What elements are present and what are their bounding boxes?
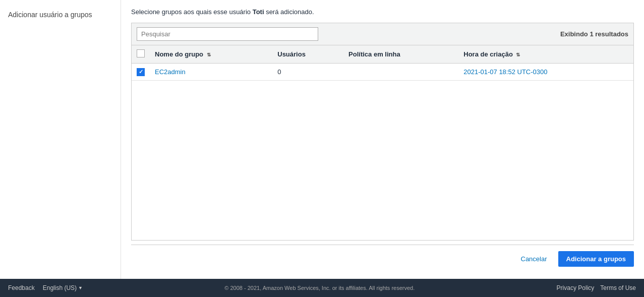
language-label: English (US) [43, 284, 77, 291]
sidebar-title: Adicionar usuário a grupos [8, 10, 112, 20]
search-bar: Exibindo 1 resultados [132, 23, 633, 45]
footer-copyright: © 2008 - 2021, Amazon Web Services, Inc.… [224, 285, 415, 291]
select-all-checkbox[interactable] [137, 49, 145, 57]
header-checkbox-col [132, 45, 150, 64]
row-group-name: EC2admin [150, 64, 272, 81]
feedback-link[interactable]: Feedback [8, 284, 35, 291]
main-wrapper: Adicionar usuário a grupos Selecione gru… [0, 0, 644, 279]
sort-icon-group-name[interactable]: ⇅ [207, 52, 211, 57]
footer-right: Privacy Policy Terms of Use [557, 284, 636, 291]
chevron-down-icon: ▼ [78, 285, 83, 290]
terms-of-use-link[interactable]: Terms of Use [600, 284, 636, 291]
header-creation-time: Hora de criação ⇅ [458, 45, 633, 64]
cancel-button[interactable]: Cancelar [516, 252, 552, 266]
results-count: Exibindo 1 resultados [560, 30, 628, 38]
username: Toti [253, 8, 264, 16]
groups-table: Nome do grupo ⇅ Usuários Política em lin… [132, 45, 633, 81]
description-suffix: será adicionado. [264, 8, 314, 16]
row-checkbox-cell [132, 64, 150, 81]
groups-table-wrapper: Exibindo 1 resultados Nome do grupo ⇅ Us… [131, 23, 634, 241]
description: Selecione grupos aos quais esse usuário … [131, 8, 634, 16]
add-to-groups-button[interactable]: Adicionar a grupos [558, 251, 634, 267]
sidebar: Adicionar usuário a grupos [0, 0, 121, 279]
privacy-policy-link[interactable]: Privacy Policy [557, 284, 595, 291]
table-body: EC2admin 0 2021-01-07 18:52 UTC-0300 [132, 64, 633, 81]
content-area: Selecione grupos aos quais esse usuário … [121, 0, 644, 279]
table-header: Nome do grupo ⇅ Usuários Política em lin… [132, 45, 633, 64]
description-prefix: Selecione grupos aos quais esse usuário [131, 8, 253, 16]
header-inline-policy: Política em linha [343, 45, 458, 64]
footer-bar: Feedback English (US) ▼ © 2008 - 2021, A… [0, 279, 644, 297]
sort-icon-creation-time[interactable]: ⇅ [516, 52, 520, 57]
table-row: EC2admin 0 2021-01-07 18:52 UTC-0300 [132, 64, 633, 81]
group-name-link[interactable]: EC2admin [155, 68, 186, 76]
row-checkbox[interactable] [137, 68, 145, 76]
header-group-name: Nome do grupo ⇅ [150, 45, 272, 64]
row-inline-policy [343, 64, 458, 81]
footer-actions: Cancelar Adicionar a grupos [131, 245, 634, 271]
header-users: Usuários [272, 45, 343, 64]
footer-left: Feedback English (US) ▼ [8, 284, 83, 291]
row-users: 0 [272, 64, 343, 81]
search-input[interactable] [137, 27, 318, 41]
row-creation-time: 2021-01-07 18:52 UTC-0300 [458, 64, 633, 81]
language-selector[interactable]: English (US) ▼ [43, 284, 83, 291]
